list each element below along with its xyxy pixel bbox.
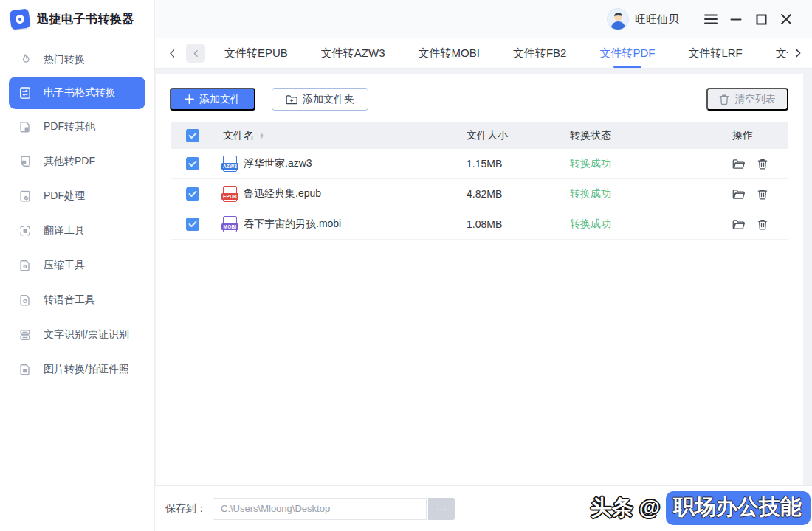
sidebar-item-label: PDF处理 [44,190,85,203]
sidebar-item-label: 其他转PDF [44,155,95,168]
compress-icon [18,258,32,273]
sidebar-item-label: 热门转换 [44,53,85,66]
col-status: 转换状态 [570,129,732,142]
watermark-prefix: 头条 @ [591,493,660,523]
sidebar-item-label: 转语音工具 [44,294,95,307]
tab-file-to-epub[interactable]: 文件转EPUB [224,38,288,68]
pdf-to-other-icon [18,119,32,134]
open-folder-icon[interactable] [732,189,745,200]
col-actions: 操作 [732,129,788,142]
tabs-back-icon[interactable] [164,45,180,61]
user-account[interactable]: 旺旺仙贝 [607,8,679,30]
save-path-input[interactable] [213,498,427,520]
open-folder-icon[interactable] [732,159,745,170]
sidebar-item-label: PDF转其他 [44,120,95,133]
sidebar-item-text-to-speech[interactable]: 转语音工具 [0,282,154,317]
image-convert-icon [18,362,32,377]
watermark-badge: 职场办公技能 [666,491,811,525]
sidebar-item-label: 压缩工具 [44,259,85,272]
file-name: 浮华世家.azw3 [244,157,312,170]
clear-list-button[interactable]: 清空列表 [706,88,788,111]
main-area: 旺旺仙贝 文件转EPUB 文件转 [155,0,812,531]
folder-plus-icon [286,94,297,105]
toolbar: 添加文件 添加文件夹 清空列表 [156,74,803,122]
file-name: 吞下宇宙的男孩.mobi [244,218,341,231]
flame-icon [18,52,32,67]
azw3-file-icon: AZW3 [223,156,237,172]
sidebar-item-ocr[interactable]: 文字识别/票证识别 [0,317,154,352]
sidebar-item-label: 文字识别/票证识别 [44,328,129,341]
sidebar-item-label: 翻译工具 [44,224,85,237]
tab-list: 文件转EPUB 文件转AZW3 文件转MOBI 文件转FB2 文件转PDF 文件… [224,38,788,68]
tab-file-to-clipped[interactable]: 文件转 [776,38,788,68]
delete-icon[interactable] [757,218,768,230]
app-window: 迅捷电子书转换器 热门转换 电子书格式转换 PDF转其他 [0,0,812,531]
delete-icon[interactable] [757,188,768,200]
tabs-scroll-right-icon[interactable] [790,45,806,61]
titlebar: 旺旺仙贝 [155,0,812,38]
mobi-file-icon: MOBI [223,216,237,232]
table-header: 文件名 ▲▼ 文件大小 转换状态 操作 [171,122,788,149]
tabbar: 文件转EPUB 文件转AZW3 文件转MOBI 文件转FB2 文件转PDF 文件… [155,38,812,69]
file-size: 4.82MB [467,188,570,200]
ocr-icon [18,327,32,342]
sidebar-item-pdf-to-other[interactable]: PDF转其他 [0,109,154,144]
trash-icon [719,94,729,105]
col-filename: 文件名 [223,129,254,142]
tab-file-to-fb2[interactable]: 文件转FB2 [513,38,567,68]
sidebar-item-compress[interactable]: 压缩工具 [0,248,154,282]
tab-file-to-pdf[interactable]: 文件转PDF [599,38,655,68]
table-row: MOBI 吞下宇宙的男孩.mobi 1.08MB 转换成功 [171,209,788,240]
tabs-scroll-left-icon[interactable] [186,44,205,63]
file-size: 1.15MB [467,158,570,170]
pdf-edit-icon [18,189,32,204]
tab-file-to-lrf[interactable]: 文件转LRF [688,38,742,68]
open-folder-icon[interactable] [732,219,745,230]
sidebar-item-image-tools[interactable]: 图片转换/拍证件照 [0,352,154,386]
sidebar-item-hot-convert[interactable]: 热门转换 [0,42,154,77]
row-checkbox[interactable] [186,187,199,201]
other-to-pdf-icon [18,154,32,169]
row-checkbox[interactable] [186,218,199,231]
save-to-label: 保存到： [165,502,207,516]
translate-icon [18,223,32,238]
close-button[interactable] [774,7,799,32]
row-checkbox[interactable] [186,157,199,170]
table-row: EPUB 鲁迅经典集.epub 4.82MB 转换成功 [171,179,788,209]
app-logo-row: 迅捷电子书转换器 [0,0,154,36]
menu-icon[interactable] [698,7,723,32]
user-avatar [607,8,629,30]
convert-status: 转换成功 [570,157,732,170]
content-background: 添加文件 添加文件夹 清空列表 [155,69,812,485]
maximize-button[interactable] [749,7,774,32]
plus-icon [185,94,194,104]
col-filesize: 文件大小 [467,129,570,142]
table-row: AZW3 浮华世家.azw3 1.15MB 转换成功 [171,149,788,179]
convert-status: 转换成功 [570,218,732,231]
select-all-checkbox[interactable] [186,129,199,142]
sidebar-item-pdf-process[interactable]: PDF处理 [0,178,154,213]
file-list-panel: 添加文件 添加文件夹 清空列表 [156,74,803,485]
sidebar-nav: 热门转换 电子书格式转换 PDF转其他 其他转PDF [0,42,154,386]
sort-icon[interactable]: ▲▼ [259,133,264,139]
tab-file-to-mobi[interactable]: 文件转MOBI [419,38,480,68]
minimize-button[interactable] [723,7,749,32]
ebook-convert-icon [18,86,32,100]
sidebar-item-ebook-convert[interactable]: 电子书格式转换 [9,77,145,109]
add-file-button[interactable]: 添加文件 [170,88,255,111]
sidebar-item-other-to-pdf[interactable]: 其他转PDF [0,144,154,178]
browse-button[interactable]: ... [428,498,455,520]
file-size: 1.08MB [467,218,570,230]
bottombar: 保存到： ... 头条 @ 职场办公技能 [155,485,812,531]
add-folder-button[interactable]: 添加文件夹 [272,88,368,111]
delete-icon[interactable] [757,158,768,170]
file-name: 鲁迅经典集.epub [244,187,321,201]
username: 旺旺仙贝 [635,13,679,27]
epub-file-icon: EPUB [223,186,237,202]
sidebar-item-translate[interactable]: 翻译工具 [0,213,154,248]
sidebar-item-label: 电子书格式转换 [44,86,116,100]
tab-file-to-azw3[interactable]: 文件转AZW3 [321,38,385,68]
file-table: 文件名 ▲▼ 文件大小 转换状态 操作 [171,122,788,240]
app-title: 迅捷电子书转换器 [37,12,134,27]
speech-icon [18,293,32,308]
